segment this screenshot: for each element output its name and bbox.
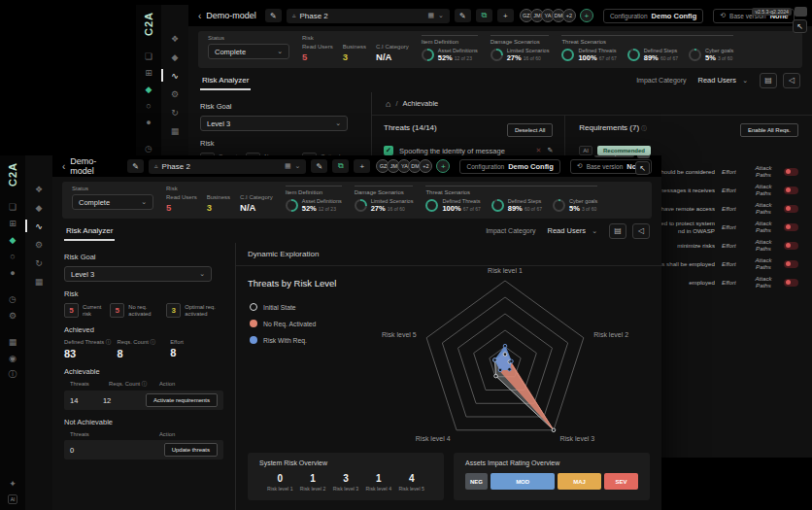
- grid-app-icon[interactable]: ▦: [0, 333, 25, 350]
- screenshot-icon[interactable]: [795, 7, 807, 17]
- duplicate-phase-button[interactable]: ⧉: [476, 9, 492, 22]
- analyzer-icon[interactable]: ∿: [25, 218, 52, 234]
- ai-assistant-icon[interactable]: AI: [8, 494, 18, 504]
- history-icon: ⟲: [720, 12, 726, 19]
- phase-selector[interactable]: ▵ Phase 2 ▦ ⌄: [149, 159, 306, 174]
- edit-model-button[interactable]: ✎: [265, 9, 282, 22]
- impact-category-dropdown[interactable]: Read Users⌄: [542, 223, 603, 239]
- add-phase-button[interactable]: +: [354, 159, 370, 173]
- user-icon[interactable]: ◉: [0, 350, 25, 366]
- info-icon[interactable]: ⓘ: [106, 339, 112, 345]
- enable-all-reqs-button[interactable]: Enable All Reqs.: [740, 123, 798, 137]
- title-bar: ‹ Demo-model ✎ ▵ Phase 2 ▦ ⌄ ✎ ⧉ + GZ JM…: [188, 5, 812, 26]
- pointer-tool-icon[interactable]: ↖: [793, 19, 807, 33]
- collaborator-avatars: GZ JM YA DM +2 +: [379, 159, 450, 173]
- requirement-toggle[interactable]: [784, 187, 798, 194]
- risk-goal-dropdown[interactable]: Level 3⌄: [64, 266, 212, 282]
- update-threats-button[interactable]: Update threats: [164, 443, 218, 457]
- deselect-all-button[interactable]: Deselect All: [507, 123, 553, 137]
- requirement-toggle[interactable]: [784, 223, 798, 231]
- progress-ring: [286, 199, 298, 212]
- pointer-tool-icon[interactable]: ↖: [635, 161, 650, 175]
- risk-goal-dropdown[interactable]: Level 3⌄: [200, 116, 348, 131]
- back-button[interactable]: ‹: [62, 161, 65, 172]
- add-user-button[interactable]: +: [436, 159, 450, 173]
- impact-seg-neg: NEG: [465, 473, 488, 490]
- recommended-badge[interactable]: Recommended: [597, 146, 651, 155]
- edit-model-button[interactable]: ✎: [127, 159, 144, 173]
- dot-icon[interactable]: ●: [0, 264, 25, 281]
- requirement-toggle[interactable]: [784, 205, 798, 213]
- requirement-toggle[interactable]: [784, 242, 798, 250]
- screenshot-icon[interactable]: [637, 155, 650, 158]
- shield-icon[interactable]: ◆: [0, 231, 25, 248]
- impact-seg-maj: MAJ: [558, 473, 600, 490]
- refresh-icon[interactable]: ↻: [161, 104, 188, 120]
- duplicate-phase-button[interactable]: ⧉: [332, 159, 349, 173]
- status-dropdown[interactable]: Complete⌄: [208, 44, 289, 59]
- configuration-selector[interactable]: Configuration Demo Config: [459, 159, 559, 174]
- progress-ring: [491, 199, 504, 212]
- dot-icon[interactable]: ●: [136, 114, 161, 130]
- chart-legend: Initial State No Req. Activated Risk Wit…: [250, 303, 316, 344]
- vehicle-icon[interactable]: ⊞: [0, 215, 25, 231]
- progress-ring: [491, 49, 503, 61]
- radar-chart-zone: Threats by Risk Level Initial State No R…: [236, 266, 661, 449]
- models-icon[interactable]: ❏: [0, 198, 25, 215]
- info-icon[interactable]: ⓘ: [150, 339, 155, 345]
- grid-icon[interactable]: ▦: [161, 122, 188, 139]
- info-icon[interactable]: ⓘ: [641, 125, 647, 131]
- announce-icon[interactable]: ◁: [783, 73, 800, 88]
- clock-icon[interactable]: ◷: [0, 290, 25, 307]
- panel-title: Dynamic Exploration: [236, 243, 661, 266]
- shield-small-icon[interactable]: ◆: [161, 49, 188, 65]
- home-icon[interactable]: ⌂: [386, 99, 390, 109]
- status-dropdown[interactable]: Complete⌄: [72, 194, 153, 210]
- models-icon[interactable]: ❏: [136, 48, 161, 64]
- tab-row: Risk Analyzer Impact Category Read Users…: [188, 68, 812, 92]
- edit-icon[interactable]: ✎: [547, 147, 553, 154]
- circle-icon[interactable]: ○: [136, 97, 161, 114]
- title-bar: ‹ Demo-model ✎ ▵ Phase 2 ▦ ⌄ ✎ ⧉ + GZ JM…: [52, 155, 661, 177]
- shield-icon[interactable]: ◆: [136, 81, 161, 97]
- requirement-toggle[interactable]: [784, 260, 798, 268]
- clock-icon[interactable]: ◷: [136, 140, 161, 156]
- gear-small-icon[interactable]: ⚙: [25, 236, 52, 253]
- network-icon[interactable]: ❖: [25, 181, 52, 197]
- avatar-overflow[interactable]: +2: [562, 9, 576, 22]
- ai-filter-badge[interactable]: AI: [579, 146, 592, 155]
- back-button[interactable]: ‹: [198, 11, 201, 21]
- announce-icon[interactable]: ◁: [632, 223, 650, 239]
- info-icon[interactable]: ⓘ: [0, 366, 25, 383]
- delete-icon[interactable]: ✕: [536, 147, 542, 154]
- palette-icon[interactable]: ✦: [0, 475, 25, 492]
- checkbox-checked[interactable]: ✓: [384, 146, 393, 155]
- achieved-stats: Defined Threats ⓘ83 Reqs. Count ⓘ8 Effor…: [64, 339, 223, 359]
- circle-icon[interactable]: ○: [0, 248, 25, 264]
- edit-phase-button[interactable]: ✎: [311, 159, 327, 173]
- gear-icon[interactable]: ⚙: [0, 307, 25, 323]
- export-icon[interactable]: ▤: [609, 223, 626, 239]
- shield-small-icon[interactable]: ◆: [25, 199, 52, 216]
- activate-requirements-button[interactable]: Activate requirements: [146, 393, 218, 407]
- tab-risk-analyzer[interactable]: Risk Analyzer: [64, 221, 115, 241]
- analyzer-icon[interactable]: ∿: [161, 67, 188, 84]
- requirement-toggle[interactable]: [784, 279, 798, 287]
- phase-selector[interactable]: ▵ Phase 2 ▦ ⌄: [287, 9, 450, 23]
- requirement-toggle[interactable]: [784, 168, 798, 176]
- vehicle-icon[interactable]: ⊞: [136, 64, 161, 81]
- refresh-icon[interactable]: ↻: [25, 255, 52, 271]
- gear-small-icon[interactable]: ⚙: [161, 85, 188, 102]
- avatar-overflow[interactable]: +2: [419, 159, 432, 173]
- chart-title: Threats by Risk Level: [248, 278, 336, 289]
- add-phase-button[interactable]: +: [497, 9, 514, 22]
- configuration-selector[interactable]: Configuration Demo Config: [603, 9, 703, 23]
- impact-category-dropdown[interactable]: Read Users⌄: [693, 73, 754, 88]
- network-icon[interactable]: ❖: [161, 30, 188, 47]
- export-icon[interactable]: ▤: [760, 73, 777, 88]
- not-achievable-row: 0 Update threats: [64, 440, 223, 459]
- edit-phase-button[interactable]: ✎: [455, 9, 471, 22]
- add-user-button[interactable]: +: [580, 9, 593, 22]
- tab-risk-analyzer[interactable]: Risk Analyzer: [200, 70, 251, 90]
- grid-icon[interactable]: ▦: [25, 273, 52, 289]
